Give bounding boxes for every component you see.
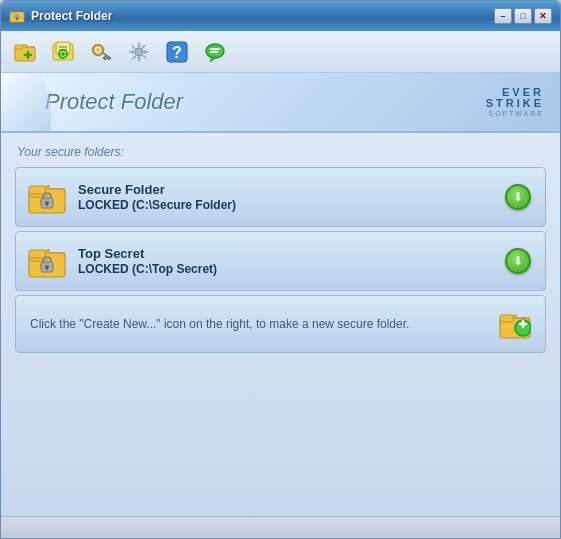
locked-folder-icon-1 [28, 242, 66, 280]
help-icon: ? [165, 40, 189, 64]
create-new-text: Click the "Create New..." icon on the ri… [30, 317, 491, 331]
chat-button[interactable] [199, 36, 231, 68]
unlock-button-0[interactable] [505, 184, 531, 210]
folder-icon-0 [28, 178, 66, 216]
copy-icon [51, 40, 75, 64]
svg-rect-3 [16, 17, 18, 20]
folder-action-1[interactable] [503, 246, 533, 276]
svg-rect-29 [46, 203, 48, 206]
svg-point-17 [135, 48, 143, 56]
folder-item-0[interactable]: Secure Folder LOCKED (C:\Secure Folder) [15, 167, 546, 227]
folder-path-0: LOCKED (C:\Secure Folder) [78, 198, 495, 212]
locked-folder-icon-0 [28, 178, 66, 216]
copy-button[interactable] [47, 36, 79, 68]
section-label: Your secure folders: [15, 145, 546, 159]
svg-rect-35 [46, 267, 48, 270]
toolbar: ? [1, 31, 560, 73]
folder-item-1[interactable]: Top Secret LOCKED (C:\Top Secret) [15, 231, 546, 291]
settings-icon [127, 40, 151, 64]
svg-point-16 [96, 48, 100, 52]
title-bar: Protect Folder – □ ✕ [1, 1, 560, 31]
title-bar-left: Protect Folder [1, 8, 112, 24]
svg-rect-32 [29, 250, 45, 258]
folder-name-1: Top Secret [78, 246, 495, 261]
minimize-button[interactable]: – [494, 8, 512, 24]
title-bar-controls: – □ ✕ [494, 8, 552, 24]
chat-icon [203, 40, 227, 64]
svg-rect-37 [500, 315, 513, 322]
folder-name-0: Secure Folder [78, 182, 495, 197]
key-icon [89, 40, 113, 64]
folder-path-1: LOCKED (C:\Top Secret) [78, 262, 495, 276]
create-new-row: Click the "Create New..." icon on the ri… [15, 295, 546, 353]
main-window: Protect Folder – □ ✕ [0, 0, 561, 539]
svg-rect-26 [29, 186, 45, 194]
maximize-button[interactable]: □ [514, 8, 532, 24]
app-icon [9, 8, 25, 24]
key-button[interactable] [85, 36, 117, 68]
svg-text:?: ? [172, 44, 182, 61]
folder-info-1: Top Secret LOCKED (C:\Top Secret) [78, 246, 495, 276]
header-title: Protect Folder [45, 89, 183, 115]
unlock-button-1[interactable] [505, 248, 531, 274]
folder-list: Secure Folder LOCKED (C:\Secure Folder) [15, 167, 546, 353]
folder-action-0[interactable] [503, 182, 533, 212]
brand-line2: STRIKE [486, 98, 544, 109]
main-content: Your secure folders: [1, 133, 560, 516]
create-new-icon [499, 308, 531, 340]
create-new-button[interactable] [499, 308, 531, 340]
brand-logo: EVER STRIKE SOFTWARE [486, 87, 544, 117]
title-bar-text: Protect Folder [31, 9, 112, 23]
add-folder-button[interactable] [9, 36, 41, 68]
status-bar [1, 516, 560, 538]
folder-icon-1 [28, 242, 66, 280]
header-banner: Protect Folder EVER STRIKE SOFTWARE [1, 73, 560, 133]
folder-info-0: Secure Folder LOCKED (C:\Secure Folder) [78, 182, 495, 212]
help-button[interactable]: ? [161, 36, 193, 68]
add-folder-icon [13, 40, 37, 64]
svg-rect-5 [15, 45, 23, 49]
close-button[interactable]: ✕ [534, 8, 552, 24]
settings-button[interactable] [123, 36, 155, 68]
brand-sub: SOFTWARE [489, 110, 544, 117]
